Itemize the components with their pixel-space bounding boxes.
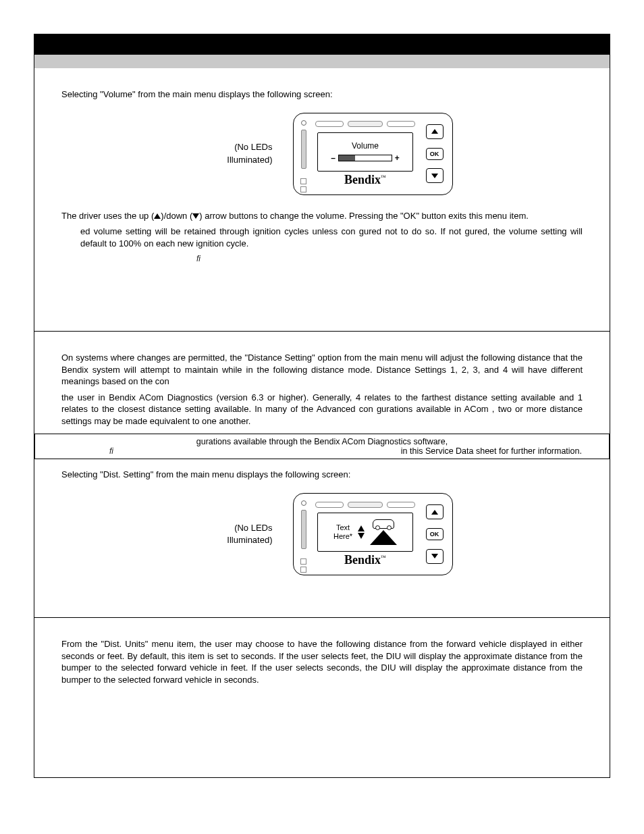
brand-text: Bendix xyxy=(344,173,381,186)
leds-note: (No LEDs Illuminated) xyxy=(192,141,273,165)
section-dist-units: From the "Dist. Units" menu item, the us… xyxy=(34,618,610,777)
t: )/down ( xyxy=(161,211,192,221)
down-arrow-icon xyxy=(358,533,365,539)
brand-label: Bendix™ xyxy=(344,173,386,187)
section-volume: Selecting "Volume" from the main menu di… xyxy=(34,68,610,332)
distance-intro2: Selecting "Dist. Setting" from the main … xyxy=(61,469,583,481)
note-line1: gurations available through the Bendix A… xyxy=(62,437,582,446)
up-button[interactable] xyxy=(426,124,444,139)
road-icon xyxy=(370,530,397,545)
top-led-row xyxy=(315,499,415,510)
document-frame: Selecting "Volume" from the main menu di… xyxy=(34,34,610,778)
t: ) arrow buttons to change the volume. Pr… xyxy=(199,211,529,221)
led-bar xyxy=(301,130,306,169)
volume-figure: (No LEDs Illuminated) xyxy=(61,113,583,195)
brand-label: Bendix™ xyxy=(344,553,386,567)
header-gray-band xyxy=(34,55,610,68)
down-button[interactable] xyxy=(426,168,444,183)
leds-note-l1: (No LEDs xyxy=(234,142,272,152)
top-led xyxy=(387,502,415,508)
led-square xyxy=(300,186,306,192)
diu-left-leds xyxy=(294,494,314,575)
volume-retain: ed volume setting will be retained throu… xyxy=(61,226,583,249)
up-arrow-icon xyxy=(431,510,438,515)
led-square xyxy=(300,558,306,565)
top-led xyxy=(315,502,344,508)
diu-buttons: OK xyxy=(417,113,452,194)
fi-ligature: fi xyxy=(196,254,200,263)
down-button[interactable] xyxy=(426,549,444,564)
top-led xyxy=(315,121,344,127)
leds-note-l2: Illuminated) xyxy=(227,155,272,165)
diu-screen: Volume – + xyxy=(317,132,413,172)
diu-left-leds xyxy=(294,113,314,194)
screen-text-l1: Text xyxy=(336,523,350,532)
acom-note-box: gurations available through the Bendix A… xyxy=(34,434,610,459)
dist-units-para: From the "Dist. Units" menu item, the us… xyxy=(61,638,583,685)
leds-note-l1: (No LEDs xyxy=(234,523,272,533)
ok-button[interactable]: OK xyxy=(426,528,444,540)
screen-text-l2: Here* xyxy=(333,532,352,541)
leds-note: (No LEDs Illuminated) xyxy=(192,522,273,546)
down-arrow-icon xyxy=(431,554,438,558)
car-road-graphic xyxy=(370,519,397,545)
minus-label: – xyxy=(331,153,336,163)
up-arrow-icon xyxy=(431,129,438,134)
volume-slider: – + xyxy=(331,153,400,163)
volume-intro: Selecting "Volume" from the main menu di… xyxy=(61,88,583,101)
diu-screen: Text Here* xyxy=(317,513,413,552)
diu-center: Volume – + Bendix™ xyxy=(314,113,417,194)
up-button[interactable] xyxy=(426,504,444,519)
up-arrow-icon xyxy=(358,525,365,531)
led-dot xyxy=(301,500,306,506)
distance-figure: (No LEDs Illuminated) xyxy=(61,493,583,575)
brand-text: Bendix xyxy=(344,553,381,567)
volume-track xyxy=(338,155,392,161)
down-arrow-icon xyxy=(431,174,438,178)
up-arrow-icon xyxy=(154,213,161,219)
top-led-row xyxy=(315,119,415,130)
diu-device: Volume – + Bendix™ OK xyxy=(293,113,453,195)
diu-buttons: OK xyxy=(417,494,452,575)
plus-label: + xyxy=(395,153,400,163)
distance-para1b: the user in Bendix ACom Diagnostics (ver… xyxy=(61,392,583,427)
leds-note-l2: Illuminated) xyxy=(227,535,272,545)
car-icon xyxy=(373,519,394,529)
down-arrow-icon xyxy=(192,213,199,219)
screen-title: Volume xyxy=(352,141,379,151)
diu-center: Text Here* Bendi xyxy=(314,494,417,575)
volume-fill xyxy=(339,155,355,161)
screen-text: Text Here* xyxy=(333,523,352,541)
volume-usage: The driver uses the up ()/down () arrow … xyxy=(61,210,583,222)
top-led xyxy=(348,502,383,508)
led-bar xyxy=(301,510,306,549)
section-distance-setting: On systems where changes are permitted, … xyxy=(34,332,610,618)
led-dot xyxy=(301,120,306,126)
top-led xyxy=(348,121,383,127)
led-square xyxy=(300,567,306,573)
led-square xyxy=(300,178,306,184)
header-black-band xyxy=(34,34,610,55)
ok-button[interactable]: OK xyxy=(426,148,444,160)
distance-para1: On systems where changes are permitted, … xyxy=(61,352,583,388)
t: The driver uses the up ( xyxy=(61,211,154,221)
note-line2: in this Service Data sheet for further i… xyxy=(401,446,582,456)
diu-device: Text Here* Bendi xyxy=(293,493,453,575)
top-led xyxy=(387,121,415,127)
fi-ligature: fi xyxy=(62,446,113,456)
up-down-arrows xyxy=(358,525,365,539)
